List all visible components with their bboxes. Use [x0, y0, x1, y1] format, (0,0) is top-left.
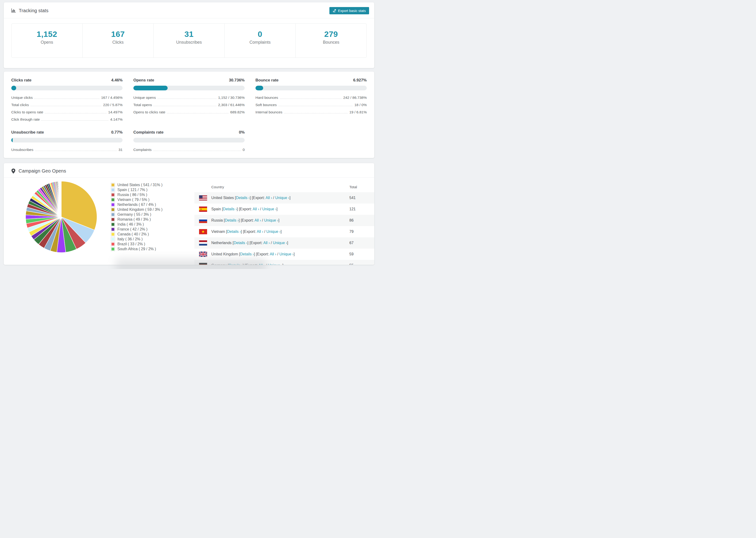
rate-block-header: Bounce rate6.927% [255, 78, 367, 82]
country-name: Netherlands [211, 241, 233, 245]
rate-block-value: 6.927% [353, 78, 367, 82]
export-prefix: Export: [250, 241, 263, 245]
bracket: ] [277, 207, 278, 211]
export-all-link[interactable]: All › [270, 252, 276, 256]
flag-us-icon [199, 195, 207, 200]
legend-item-brazil[interactable]: Brazil ( 33 / 2% ) [111, 242, 162, 246]
geo-header: Campaign Geo Opens [4, 163, 374, 178]
export-all-link[interactable]: All › [258, 263, 265, 265]
bracket: ] [ [250, 196, 253, 200]
legend-item-vietnam[interactable]: Vietnam ( 79 / 5% ) [111, 197, 162, 202]
legend-item-russia[interactable]: Russia ( 86 / 5% ) [111, 192, 162, 197]
dotted-leader [35, 151, 117, 151]
country-name: Spain [211, 207, 222, 211]
details-link[interactable]: Details › [225, 218, 239, 222]
rate-row-complaints: Complaints0 [134, 146, 244, 153]
export-unique-link[interactable]: Unique › [275, 196, 289, 200]
legend-item-canada[interactable]: Canada ( 40 / 2% ) [111, 232, 162, 237]
legend-label: Romania ( 49 / 3% ) [117, 217, 151, 222]
rate-block-unsubscribe-rate: Unsubscribe rate0.77%Unsubscribes31 [11, 130, 123, 153]
legend-swatch [111, 247, 115, 251]
details-link[interactable]: Details › [234, 241, 247, 245]
rate-row-clicks-to-opens-rate: Clicks to opens rate14.497% [11, 108, 123, 116]
bracket: ] [ [239, 218, 242, 222]
details-link[interactable]: Details › [240, 252, 254, 256]
slash: / [261, 218, 264, 222]
geo-row-total: 86 [350, 218, 374, 223]
export-prefix: Export: [246, 263, 258, 265]
flag-vn-icon [199, 229, 207, 234]
progress-fill [255, 86, 263, 90]
rates-grid: Clicks rate4.46%Unique clicks167 / 4.456… [4, 72, 374, 153]
export-unique-link[interactable]: Unique › [279, 252, 294, 256]
rate-row-value: 31 [119, 148, 123, 152]
rate-block-title: Complaints rate [134, 130, 163, 135]
rate-block-opens-rate: Opens rate30.736%Unique opens1,152 / 30.… [134, 78, 244, 123]
stat-complaints: 0Complaints [225, 24, 296, 58]
export-unique-link[interactable]: Unique › [262, 207, 276, 211]
export-all-link[interactable]: All › [266, 196, 272, 200]
legend-item-united-kingdom[interactable]: United Kingdom ( 59 / 3% ) [111, 207, 162, 212]
legend-item-united-states[interactable]: United States ( 541 / 31% ) [111, 183, 162, 187]
legend-swatch [111, 207, 115, 212]
legend-label: France ( 42 / 2% ) [117, 227, 147, 232]
legend-item-italy[interactable]: Italy ( 36 / 2% ) [111, 237, 162, 242]
rate-block-complaints-rate: Complaints rate0%Complaints0 [134, 130, 244, 153]
export-all-link[interactable]: All › [253, 207, 259, 211]
export-unique-link[interactable]: Unique › [268, 263, 282, 265]
export-unique-link[interactable]: Unique › [264, 218, 278, 222]
legend-label: Russia ( 86 / 5% ) [117, 193, 147, 197]
rates-card: Clicks rate4.46%Unique clicks167 / 4.456… [4, 72, 374, 158]
rate-row-value: 14.497% [108, 110, 123, 114]
bracket: ] [282, 263, 283, 265]
export-all-link[interactable]: All › [257, 230, 263, 234]
rate-row-label: Complaints [134, 148, 152, 152]
rate-row-unique-opens: Unique opens1,152 / 30.736% [134, 94, 244, 101]
progress-bar-clicks-rate [11, 86, 123, 90]
rate-row-label: Click through rate [11, 117, 40, 122]
legend-item-spain[interactable]: Spain ( 121 / 7% ) [111, 187, 162, 192]
stat-label-clicks: Clicks [82, 40, 153, 45]
legend-item-romania[interactable]: Romania ( 49 / 3% ) [111, 217, 162, 222]
flag-nl-icon [199, 241, 207, 245]
rate-block-header: Clicks rate4.46% [11, 78, 123, 82]
legend-item-netherlands[interactable]: Netherlands ( 67 / 4% ) [111, 202, 162, 207]
rate-block-title: Clicks rate [11, 78, 31, 82]
rate-block-header: Opens rate30.736% [134, 78, 244, 82]
export-prefix: Export: [253, 196, 266, 200]
progress-bar-opens-rate [134, 86, 244, 90]
country-name: Germany [211, 263, 228, 265]
export-unique-link[interactable]: Unique › [273, 241, 287, 245]
legend-label: Germany ( 55 / 3% ) [117, 212, 151, 217]
geo-row-country-cell: Vietnam [Details ›] [Export: All › / Uni… [211, 230, 350, 234]
geo-row-total: 59 [350, 252, 374, 256]
rate-rows: Unique clicks167 / 4.456%Total clicks220… [11, 94, 123, 123]
bracket: ] [281, 230, 282, 234]
geo-pie-chart[interactable] [24, 180, 99, 254]
details-link[interactable]: Details › [236, 196, 250, 200]
legend-item-india[interactable]: India ( 46 / 3% ) [111, 222, 162, 227]
export-unique-link[interactable]: Unique › [266, 230, 281, 234]
rate-row-unique-clicks: Unique clicks167 / 4.456% [11, 94, 123, 101]
rate-block-title: Unsubscribe rate [11, 130, 44, 135]
legend-label: United States ( 541 / 31% ) [117, 183, 162, 187]
dotted-leader [153, 151, 241, 151]
tracking-stats-title: Tracking stats [11, 8, 49, 13]
rate-row-opens-to-clicks-rate: Opens to clicks rate689.82% [134, 108, 244, 116]
export-all-link[interactable]: All › [263, 241, 270, 245]
geo-row-total: 55 [350, 263, 374, 265]
details-link[interactable]: Details › [227, 230, 241, 234]
flag-ru-icon [199, 218, 207, 223]
rate-row-label: Unique clicks [11, 95, 33, 100]
slash: / [270, 241, 273, 245]
legend-item-germany[interactable]: Germany ( 55 / 3% ) [111, 212, 162, 217]
progress-fill [134, 86, 168, 90]
details-link[interactable]: Details › [229, 263, 243, 265]
export-basic-stats-button[interactable]: Export basic stats [329, 7, 369, 14]
details-link[interactable]: Details › [223, 207, 237, 211]
map-pin-icon [11, 169, 16, 174]
bracket: ] [ [247, 241, 250, 245]
legend-item-south-africa[interactable]: South Africa ( 29 / 2% ) [111, 246, 162, 251]
legend-item-france[interactable]: France ( 42 / 2% ) [111, 227, 162, 232]
export-all-link[interactable]: All › [254, 218, 261, 222]
